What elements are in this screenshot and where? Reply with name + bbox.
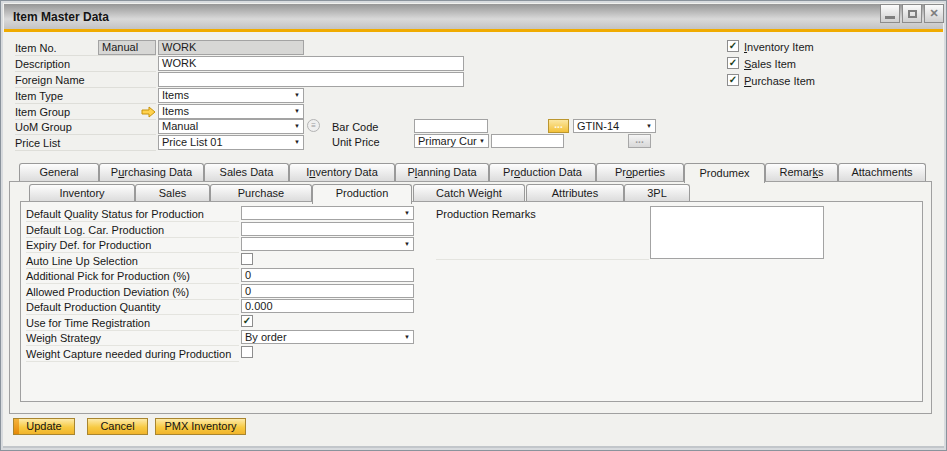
chevron-down-icon: ▼: [294, 105, 300, 118]
default-quality-status-select[interactable]: ▼: [241, 206, 414, 220]
tab-3pl[interactable]: 3PL: [624, 184, 690, 201]
close-button[interactable]: ✕: [924, 4, 944, 23]
inventory-item-label: Inventory Item: [744, 41, 814, 53]
item-no-series-field[interactable]: Manual: [98, 40, 156, 55]
tab-produmex[interactable]: Produmex: [684, 163, 765, 183]
chevron-down-icon: ▼: [294, 120, 300, 133]
tab-inventory-data[interactable]: Inventory Data: [289, 163, 395, 181]
unit-price-browse-button[interactable]: ...: [628, 134, 651, 148]
tab-catch-weight[interactable]: Catch Weight: [413, 184, 525, 201]
default-quality-status-label: Default Quality Status for Production: [26, 208, 239, 222]
update-button[interactable]: Update: [13, 418, 75, 435]
tab-sales-data[interactable]: Sales Data: [204, 163, 289, 181]
tab-inventory[interactable]: Inventory: [29, 184, 135, 201]
price-list-value: Price List 01: [162, 136, 223, 149]
sales-item-checkbox[interactable]: ✓: [727, 57, 739, 69]
auto-line-up-label: Auto Line Up Selection: [26, 255, 239, 269]
default-log-car-field[interactable]: [241, 222, 414, 236]
production-panel: Default Quality Status for Production ▼ …: [20, 201, 923, 402]
default-production-qty-label: Default Production Quantity: [26, 301, 239, 315]
weigh-strategy-select[interactable]: By order ▼: [241, 330, 414, 344]
weight-capture-checkbox[interactable]: [241, 346, 253, 358]
description-label: Description: [15, 58, 156, 72]
foreign-name-label: Foreign Name: [15, 74, 156, 88]
item-type-select[interactable]: Items ▼: [158, 88, 304, 103]
produmex-panel: Inventory Sales Purchase Production Catc…: [9, 181, 932, 414]
time-registration-checkbox[interactable]: ✓: [241, 315, 253, 327]
default-log-car-label: Default Log. Car. Production: [26, 224, 239, 238]
unit-price-currency-value: Primary Curr: [418, 135, 477, 148]
bar-code-browse-button[interactable]: ...: [548, 119, 569, 133]
default-button-stripe: [14, 419, 19, 434]
expiry-def-label: Expiry Def. for Production: [26, 239, 239, 253]
weight-capture-label: Weight Capture needed during Production: [26, 348, 239, 362]
maximize-icon: [908, 10, 917, 18]
chevron-down-icon: ▼: [646, 120, 652, 133]
production-remarks-field[interactable]: [650, 206, 824, 259]
item-type-value: Items: [162, 89, 189, 102]
unit-price-field[interactable]: [491, 134, 564, 148]
tab-purchasing-data[interactable]: Purchasing Data: [99, 163, 204, 181]
item-no-field[interactable]: WORK: [158, 40, 304, 55]
price-list-select[interactable]: Price List 01 ▼: [158, 135, 304, 150]
tab-sales[interactable]: Sales: [135, 184, 210, 201]
tab-production-data[interactable]: Production Data: [489, 163, 596, 181]
purchase-item-checkbox[interactable]: ✓: [727, 74, 739, 86]
bar-code-field[interactable]: [414, 119, 488, 133]
item-master-data-window: Item Master Data ✕ Item No. Manual WORK …: [0, 0, 947, 451]
tab-remarks[interactable]: Remarks: [765, 163, 838, 181]
foreign-name-field[interactable]: [158, 72, 464, 87]
window-title: Item Master Data: [13, 10, 109, 24]
production-remarks-label: Production Remarks: [436, 208, 649, 260]
inventory-item-checkbox[interactable]: ✓: [727, 40, 739, 52]
minimize-icon: [885, 16, 895, 19]
item-group-select[interactable]: Items ▼: [158, 104, 304, 119]
unit-price-currency-select[interactable]: Primary Curr ▼: [414, 134, 489, 148]
chevron-down-icon: ▼: [294, 89, 300, 102]
item-group-label: Item Group: [15, 106, 156, 120]
uom-group-label: UoM Group: [15, 121, 156, 135]
unit-price-label: Unit Price: [332, 136, 412, 150]
allowed-deviation-field[interactable]: 0: [241, 284, 414, 298]
auto-line-up-checkbox[interactable]: [241, 253, 253, 265]
uom-group-value: Manual: [162, 120, 198, 133]
default-production-qty-field[interactable]: 0.000: [241, 299, 414, 313]
title-bar[interactable]: Item Master Data: [4, 4, 943, 29]
purchase-item-label: Purchase Item: [744, 75, 815, 87]
item-group-value: Items: [162, 105, 189, 118]
expiry-def-select[interactable]: ▼: [241, 237, 414, 251]
inner-tab-strip: Inventory Sales Purchase Production Catc…: [10, 184, 931, 202]
price-list-label: Price List: [15, 137, 156, 151]
uom-detail-icon[interactable]: ≡: [307, 119, 320, 132]
link-arrow-icon[interactable]: [141, 106, 156, 118]
additional-pick-label: Additional Pick for Production (%): [26, 270, 239, 284]
accent-bar: [4, 29, 943, 32]
chevron-down-icon: ▼: [404, 207, 410, 220]
tab-attributes[interactable]: Attributes: [526, 184, 624, 201]
additional-pick-field[interactable]: 0: [241, 268, 414, 282]
allowed-deviation-label: Allowed Production Deviation (%): [26, 286, 239, 300]
bar-code-label: Bar Code: [332, 121, 412, 135]
tab-planning-data[interactable]: Planning Data: [395, 163, 489, 181]
close-icon: ✕: [929, 7, 938, 20]
tab-general[interactable]: General: [19, 163, 99, 181]
sales-item-label: Sales Item: [744, 58, 796, 70]
chevron-down-icon: ▼: [404, 238, 410, 251]
outer-tab-strip: General Purchasing Data Sales Data Inven…: [1, 163, 946, 181]
cancel-button[interactable]: Cancel: [87, 418, 148, 435]
bar-code-type-select[interactable]: GTIN-14 ▼: [573, 119, 656, 133]
description-field[interactable]: WORK: [158, 56, 464, 71]
tab-production[interactable]: Production: [312, 184, 412, 204]
chevron-down-icon: ▼: [404, 331, 410, 344]
time-registration-label: Use for Time Registration: [26, 317, 239, 331]
minimize-button[interactable]: [880, 4, 900, 23]
tab-properties[interactable]: Properties: [596, 163, 684, 181]
item-type-label: Item Type: [15, 90, 156, 104]
tab-attachments[interactable]: Attachments: [838, 163, 926, 181]
tab-purchase[interactable]: Purchase: [210, 184, 312, 201]
maximize-button[interactable]: [902, 4, 922, 23]
window-controls: ✕: [880, 4, 944, 23]
pmx-inventory-button[interactable]: PMX Inventory: [155, 418, 246, 435]
uom-group-select[interactable]: Manual ▼: [158, 119, 304, 134]
weigh-strategy-label: Weigh Strategy: [26, 332, 239, 346]
